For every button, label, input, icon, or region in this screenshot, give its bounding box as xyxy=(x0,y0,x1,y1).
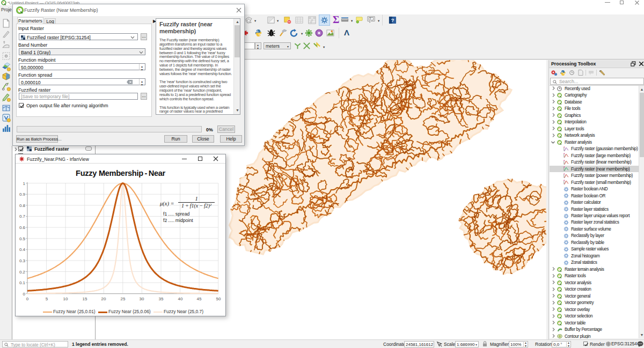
svg-text:?: ? xyxy=(391,18,394,23)
